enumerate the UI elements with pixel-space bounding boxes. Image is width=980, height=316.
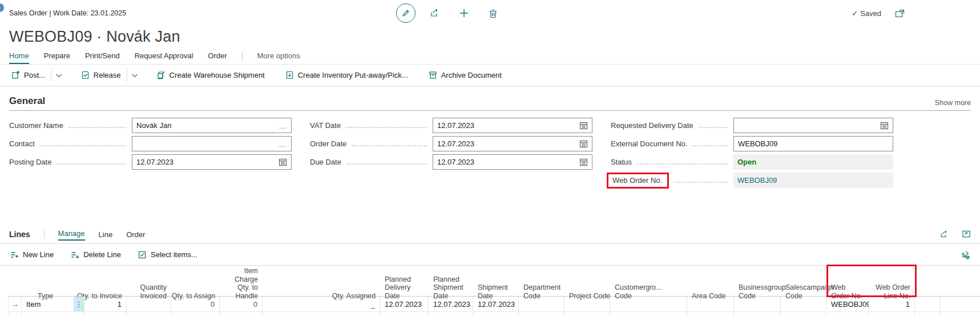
cell-businessgroup-code[interactable] bbox=[734, 297, 781, 311]
row-arrow-cell: → bbox=[8, 297, 22, 311]
general-fields: Customer Name Novák Jan… Contact … Posti… bbox=[9, 118, 893, 191]
lines-section-header: Lines Manage Line Order bbox=[0, 225, 980, 244]
calendar-icon[interactable] bbox=[579, 139, 588, 148]
select-items-button[interactable]: Select items... bbox=[138, 250, 197, 259]
field-web-order-no: Web Order No. WEBOBJ09 bbox=[611, 173, 893, 188]
order-date-value: 12.07.2023 bbox=[437, 139, 474, 148]
post-button[interactable]: Post... bbox=[6, 68, 51, 83]
contact-input[interactable]: … bbox=[132, 136, 292, 151]
dotted-leader bbox=[699, 123, 728, 128]
tab-print-send[interactable]: Print/Send bbox=[85, 51, 120, 64]
archive-document-button[interactable]: Archive Document bbox=[423, 68, 507, 83]
release-dropdown-button[interactable] bbox=[127, 68, 142, 83]
general-title[interactable]: General bbox=[9, 95, 45, 107]
order-date-input[interactable]: 12.07.2023 bbox=[433, 136, 592, 151]
delete-line-button[interactable]: Delete Line bbox=[71, 250, 121, 259]
calendar-icon[interactable] bbox=[279, 158, 287, 166]
cell-qty-to-invoice[interactable]: 1 bbox=[84, 297, 127, 311]
web-order-no-label-wrap: Web Order No. bbox=[611, 173, 733, 189]
saved-check-icon: ✓ bbox=[852, 9, 858, 18]
web-order-no-highlight: Web Order No. bbox=[607, 173, 669, 189]
select-items-icon bbox=[138, 251, 147, 259]
more-options[interactable]: More options bbox=[257, 51, 300, 64]
requested-delivery-date-input[interactable] bbox=[733, 118, 893, 133]
new-line-icon bbox=[10, 251, 19, 259]
calendar-icon[interactable] bbox=[579, 158, 588, 166]
share-icon[interactable] bbox=[939, 230, 949, 239]
lookup-ellipsis-icon[interactable]: … bbox=[279, 141, 287, 147]
lines-title[interactable]: Lines bbox=[9, 230, 30, 239]
calendar-icon[interactable] bbox=[579, 121, 588, 130]
cell-empty bbox=[171, 312, 220, 316]
post-dropdown-button[interactable] bbox=[51, 68, 66, 83]
cell-web-order-no[interactable]: WEBOBJ09 bbox=[826, 297, 869, 311]
dots-menu-icon: ⋮ bbox=[75, 300, 83, 309]
posting-date-input[interactable]: 12.07.2023 bbox=[132, 154, 292, 170]
web-order-no-value[interactable]: WEBOBJ09 bbox=[737, 176, 777, 185]
unpin-icon[interactable] bbox=[961, 250, 970, 259]
create-warehouse-shipment-button[interactable]: Create Warehouse Shipment bbox=[151, 68, 271, 83]
context-bar: Sales Order | Work Date: 23.01.2025 ✓Sav… bbox=[0, 0, 980, 26]
cell-shipment-date[interactable]: 12.07.2023 bbox=[473, 297, 519, 311]
lines-tab-manage[interactable]: Manage bbox=[58, 228, 85, 241]
cell-empty bbox=[380, 312, 429, 316]
lines-tab-line[interactable]: Line bbox=[99, 229, 113, 239]
new-button[interactable] bbox=[454, 3, 474, 23]
release-button[interactable]: Release bbox=[75, 68, 127, 83]
vat-date-input[interactable]: 12.07.2023 bbox=[433, 118, 592, 133]
tabs-divider bbox=[242, 51, 243, 61]
new-line-button[interactable]: New Line bbox=[10, 250, 54, 259]
row-menu-button[interactable]: ⋮ bbox=[74, 297, 84, 311]
cell-qty-assigned[interactable]: _ bbox=[263, 297, 380, 311]
cell-empty bbox=[687, 312, 734, 316]
web-order-no-field[interactable]: WEBOBJ09 bbox=[733, 173, 893, 188]
customer-name-input[interactable]: Novák Jan… bbox=[132, 118, 292, 133]
post-icon bbox=[11, 71, 20, 79]
edit-button[interactable] bbox=[396, 3, 416, 23]
share-button[interactable] bbox=[425, 3, 445, 23]
show-more-link[interactable]: Show more bbox=[935, 99, 971, 107]
table-row-empty[interactable] bbox=[8, 312, 980, 316]
cell-empty bbox=[734, 312, 781, 316]
tab-request-approval[interactable]: Request Approval bbox=[135, 51, 193, 64]
cell-item-charge-qty[interactable]: 0 bbox=[220, 297, 263, 311]
cell-project-code[interactable] bbox=[564, 297, 610, 311]
lines-tab-order[interactable]: Order bbox=[126, 229, 145, 239]
calendar-icon[interactable] bbox=[880, 121, 889, 130]
cell-planned-shipment-date[interactable]: 12.07.2023 bbox=[429, 297, 473, 311]
cell-empty bbox=[519, 312, 564, 316]
lookup-ellipsis-icon[interactable]: … bbox=[279, 123, 287, 129]
cell-empty bbox=[826, 312, 869, 316]
cell-customergroup-code[interactable] bbox=[610, 297, 687, 311]
web-order-no-label: Web Order No. bbox=[612, 176, 662, 185]
table-row[interactable]: → Item⋮ 1 0 0 _ 12.07.2023 12.07.2023 12… bbox=[8, 297, 980, 312]
status-field: Open bbox=[733, 154, 893, 170]
cell-qty-to-assign[interactable]: 0 bbox=[171, 297, 220, 311]
create-inventory-putaway-button[interactable]: Create Inventory Put-away/Pick... bbox=[280, 68, 414, 83]
tab-home[interactable]: Home bbox=[9, 51, 29, 64]
share-icon bbox=[430, 8, 440, 18]
cell-area-code[interactable] bbox=[687, 297, 734, 311]
cell-web-order-line-no[interactable]: 1 bbox=[869, 297, 915, 311]
cell-salescampaign-code[interactable] bbox=[781, 297, 826, 311]
cell-quantity-invoiced[interactable] bbox=[127, 297, 171, 311]
tab-order[interactable]: Order bbox=[208, 51, 227, 64]
pencil-icon bbox=[401, 9, 410, 18]
order-date-label-wrap: Order Date bbox=[310, 139, 433, 148]
due-date-value: 12.07.2023 bbox=[437, 158, 474, 166]
expand-grid-icon[interactable] bbox=[962, 230, 971, 238]
cell-department-code[interactable] bbox=[519, 297, 564, 311]
customer-name-label: Customer Name bbox=[9, 121, 63, 130]
external-document-no-input[interactable]: WEBOBJ09 bbox=[733, 136, 893, 151]
cell-type[interactable]: Item⋮ bbox=[22, 297, 84, 311]
record-commands bbox=[396, 3, 503, 23]
tab-prepare[interactable]: Prepare bbox=[44, 51, 70, 64]
cell-empty bbox=[22, 312, 84, 316]
due-date-input[interactable]: 12.07.2023 bbox=[433, 154, 592, 170]
cell-planned-delivery-date[interactable]: 12.07.2023 bbox=[380, 297, 429, 311]
open-in-new-window-icon[interactable] bbox=[895, 9, 905, 18]
status-label: Status bbox=[611, 158, 632, 166]
delete-button[interactable] bbox=[483, 3, 503, 23]
general-col-3: Requested Delivery Date External Documen… bbox=[611, 118, 893, 191]
cell-empty bbox=[781, 312, 826, 316]
